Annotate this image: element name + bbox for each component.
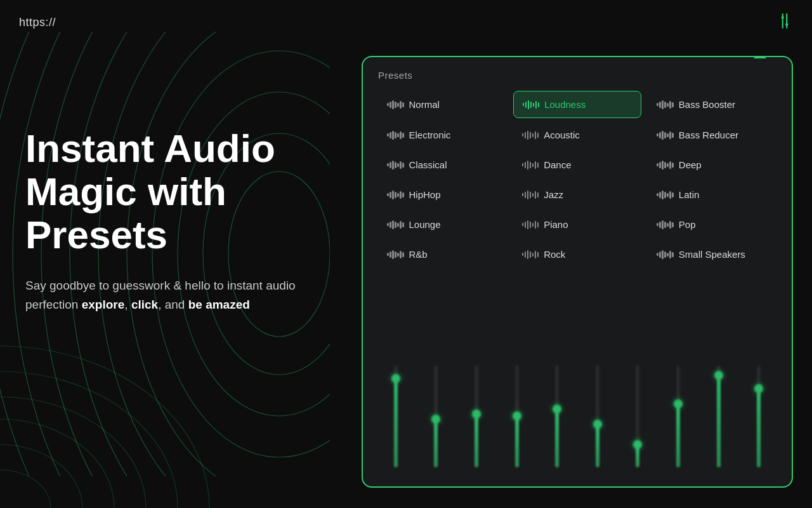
preset-item-bass-booster[interactable]: Bass Booster <box>648 91 776 118</box>
preset-item-hiphop[interactable]: HipHop <box>378 182 507 208</box>
eq-bar-6[interactable] <box>629 366 646 486</box>
eq-knob-3[interactable] <box>513 411 521 420</box>
preset-label-bass-reducer: Bass Reducer <box>679 130 738 140</box>
eq-track-5 <box>596 366 599 467</box>
eq-knob-8[interactable] <box>714 371 723 380</box>
preset-item-lounge[interactable]: Lounge <box>378 211 507 237</box>
svg-point-18 <box>0 346 209 508</box>
preset-label-classical: Classical <box>409 159 447 170</box>
eq-bar-9[interactable] <box>750 366 768 486</box>
preset-label-acoustic: Acoustic <box>544 130 580 140</box>
eq-bar-3[interactable] <box>508 366 526 486</box>
preset-item-rnb[interactable]: R&b <box>378 241 507 267</box>
preset-label-piano: Piano <box>544 219 568 230</box>
eq-bar-8[interactable] <box>710 366 728 486</box>
waveform-icon <box>387 160 404 170</box>
eq-fill-6 <box>636 447 639 467</box>
eq-knob-6[interactable] <box>633 440 642 449</box>
eq-knob-1[interactable] <box>431 415 440 424</box>
waveform-icon <box>522 160 539 170</box>
eq-track-3 <box>515 366 519 467</box>
eq-knob-4[interactable] <box>553 404 561 413</box>
waveform-icon <box>387 100 404 110</box>
preset-item-pop[interactable]: Pop <box>648 211 776 237</box>
preset-item-bass-reducer[interactable]: Bass Reducer <box>648 122 776 148</box>
subtitle-bold2: click <box>131 298 158 311</box>
preset-item-loudness[interactable]: Loudness <box>513 91 642 118</box>
preset-label-dance: Dance <box>544 159 571 170</box>
preset-label-latin: Latin <box>679 189 700 200</box>
preset-item-rock[interactable]: Rock <box>513 241 642 267</box>
waveform-icon <box>387 220 404 230</box>
waveform-icon <box>522 190 539 200</box>
preset-label-bass-booster: Bass Booster <box>679 99 735 110</box>
url-display: https:// <box>19 16 56 29</box>
preset-label-hiphop: HipHop <box>409 189 441 200</box>
eq-track-8 <box>717 366 721 467</box>
topbar: https:// <box>0 0 812 44</box>
waveform-icon <box>657 220 674 230</box>
preset-item-dance[interactable]: Dance <box>513 152 642 178</box>
eq-track-1 <box>434 366 438 467</box>
waveform-icon <box>657 250 674 260</box>
preset-label-normal: Normal <box>409 99 440 110</box>
eq-knob-5[interactable] <box>593 420 602 429</box>
preset-item-jazz[interactable]: Jazz <box>513 182 642 208</box>
preset-label-loudness: Loudness <box>544 99 586 110</box>
eq-bar-1[interactable] <box>427 366 445 486</box>
svg-point-17 <box>0 371 178 508</box>
eq-knob-7[interactable] <box>674 399 683 408</box>
preset-item-piano[interactable]: Piano <box>513 211 642 237</box>
eq-fill-7 <box>676 406 680 467</box>
svg-point-14 <box>0 444 82 508</box>
waveform-icon <box>523 100 540 110</box>
eq-track-0 <box>394 366 398 467</box>
eq-bar-7[interactable] <box>669 366 687 486</box>
waveform-icon <box>387 130 404 140</box>
waveform-icon <box>387 250 404 260</box>
subtitle-bold1: explore <box>82 298 125 311</box>
preset-item-normal[interactable]: Normal <box>378 91 507 118</box>
preset-item-latin[interactable]: Latin <box>648 182 776 208</box>
waveform-icon <box>657 100 674 110</box>
eq-fill-0 <box>394 381 398 467</box>
preset-label-rock: Rock <box>544 249 565 260</box>
preset-item-acoustic[interactable]: Acoustic <box>513 122 642 148</box>
svg-point-16 <box>0 397 146 508</box>
eq-track-4 <box>555 366 559 467</box>
eq-track-9 <box>757 366 761 467</box>
svg-point-15 <box>0 419 114 508</box>
preset-item-deep[interactable]: Deep <box>648 152 776 178</box>
eq-track-7 <box>676 366 680 467</box>
eq-knob-0[interactable] <box>391 374 400 383</box>
eq-fill-4 <box>555 411 559 467</box>
subtitle: Say goodbye to guesswork & hello to inst… <box>25 276 336 315</box>
preset-label-lounge: Lounge <box>409 219 441 230</box>
subtitle-bold3: be amazed <box>188 298 250 311</box>
decorative-arcs-bottom <box>0 318 254 508</box>
svg-point-13 <box>0 470 51 508</box>
preset-item-classical[interactable]: Classical <box>378 152 507 178</box>
eq-bar-0[interactable] <box>387 366 405 486</box>
eq-bars-area <box>363 347 792 486</box>
subtitle-sep2: , and <box>158 298 188 311</box>
eq-fill-8 <box>717 378 721 467</box>
headline: Instant Audio Magic with Presets <box>25 127 336 257</box>
waveform-icon <box>657 160 674 170</box>
eq-bar-2[interactable] <box>468 366 485 486</box>
preset-item-electronic[interactable]: Electronic <box>378 122 507 148</box>
eq-knob-2[interactable] <box>472 410 481 418</box>
waveform-icon <box>657 130 674 140</box>
waveform-icon <box>522 250 539 260</box>
eq-fill-3 <box>515 418 519 467</box>
presets-title: Presets <box>378 70 776 81</box>
subtitle-sep1: , <box>124 298 131 311</box>
left-content: Instant Audio Magic with Presets Say goo… <box>25 127 336 314</box>
waveform-icon <box>522 220 539 230</box>
eq-bar-4[interactable] <box>548 366 566 486</box>
preset-item-small-speakers[interactable]: Small Speakers <box>648 241 776 267</box>
adjustments-icon[interactable] <box>776 13 793 32</box>
eq-knob-9[interactable] <box>754 384 763 393</box>
eq-bar-5[interactable] <box>589 366 606 486</box>
preset-label-pop: Pop <box>679 219 696 230</box>
